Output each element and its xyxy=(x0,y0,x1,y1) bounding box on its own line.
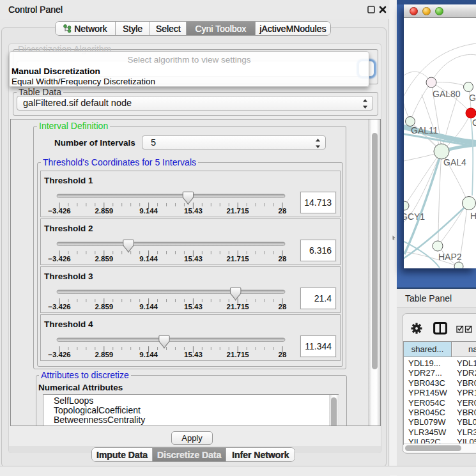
svg-text:G: G xyxy=(472,118,476,128)
svg-text:GCY1: GCY1 xyxy=(404,211,425,222)
svg-text:GAL11: GAL11 xyxy=(411,125,438,135)
svg-text:HAP2: HAP2 xyxy=(438,252,462,262)
svg-text:GAL80: GAL80 xyxy=(433,89,461,99)
svg-text:GA: GA xyxy=(469,93,476,103)
svg-text:HA: HA xyxy=(470,211,476,221)
svg-text:GAL4: GAL4 xyxy=(443,157,466,167)
